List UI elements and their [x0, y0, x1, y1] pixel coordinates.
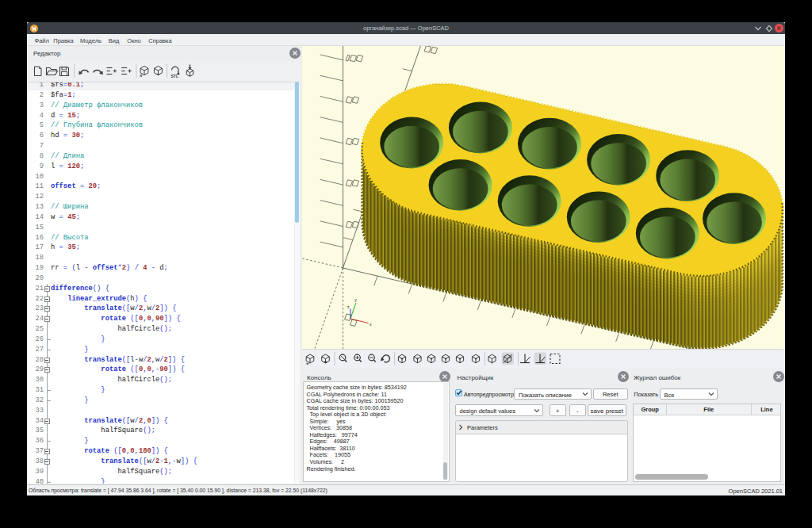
svg-text:STL: STL	[171, 74, 178, 78]
svg-text:x: x	[370, 322, 372, 327]
svg-text:»: »	[140, 73, 143, 78]
svg-text:z: z	[347, 304, 350, 309]
svg-text:y: y	[354, 297, 357, 302]
